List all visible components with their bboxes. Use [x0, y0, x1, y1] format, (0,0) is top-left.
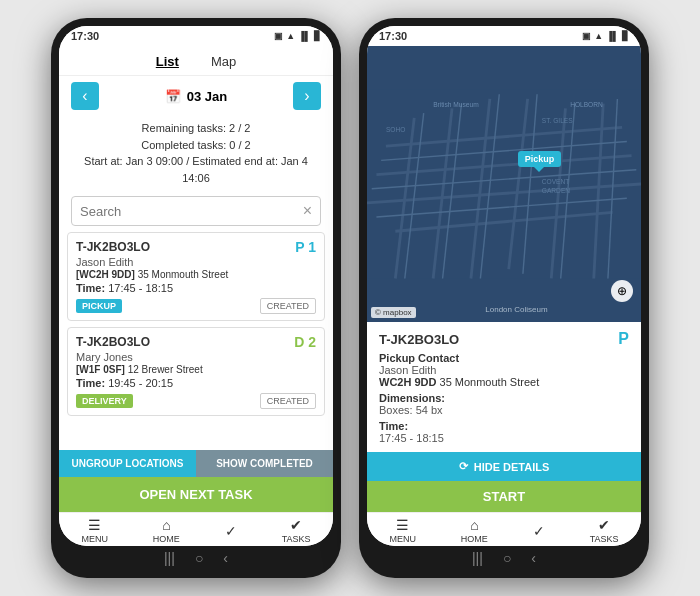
task-priority-2: D 2 [294, 334, 316, 350]
nav-menu-1[interactable]: ☰ MENU [81, 517, 108, 544]
badge-pickup-1: PICKUP [76, 299, 122, 313]
phone-map: 17:30 ▣ ▲ ▐▌ ▊ [359, 18, 649, 578]
task-card-1-header: T-JK2BO3LO P 1 [76, 239, 316, 255]
badge-created-1: CREATED [260, 298, 316, 314]
task-time-1: Time: 17:45 - 18:15 [76, 282, 316, 294]
tab-list[interactable]: List [150, 52, 185, 71]
phone1-screen: 17:30 ▣ ▲ ▐▌ ▊ List Map ‹ [59, 26, 333, 546]
gesture-bar-2: ||| ○ ‹ [367, 546, 641, 570]
detail-priority: P [618, 330, 629, 348]
map-zoom-button[interactable]: ⊕ [611, 280, 633, 302]
detail-header: T-JK2BO3LO P [379, 330, 629, 348]
svg-text:GARDEN: GARDEN [542, 187, 571, 194]
search-input[interactable] [80, 204, 303, 219]
time-label: Time: [379, 420, 629, 432]
contact-name: Jason Edith [379, 364, 629, 376]
tasks-icon-2: ✔ [598, 517, 610, 533]
detail-street: 35 Monmouth Street [440, 376, 540, 388]
task-footer-1: PICKUP CREATED [76, 298, 316, 314]
home-icon-2: ⌂ [470, 517, 478, 533]
calendar-icon: 📅 [165, 89, 181, 104]
nav-home-label-2: HOME [461, 534, 488, 544]
nav-check-2[interactable]: ✓ [533, 523, 545, 539]
task-address-2: [W1F 0SF] 12 Brewer Street [76, 364, 316, 375]
prev-date-button[interactable]: ‹ [71, 82, 99, 110]
time-value: 17:45 - 18:15 [379, 432, 629, 444]
map-area[interactable]: SOHO ST. GILES COVENT GARDEN British Mus… [367, 46, 641, 322]
detail-postcode: WC2H 9DD [379, 376, 436, 388]
status-icons-2: ▣ ▲ ▐▌ ▊ [582, 31, 629, 41]
nav-tasks-label-2: TASKS [590, 534, 619, 544]
nav-tasks-label-1: TASKS [282, 534, 311, 544]
phones-container: 17:30 ▣ ▲ ▐▌ ▊ List Map ‹ [51, 18, 649, 578]
mapbox-credit: © mapbox [371, 307, 416, 318]
london-coliseum-label: London Coliseum [485, 305, 547, 314]
bottom-nav-1: ☰ MENU ⌂ HOME ✓ ✔ TASKS [59, 512, 333, 546]
task-card-2: T-JK2BO3LO D 2 Mary Jones [W1F 0SF] 12 B… [67, 327, 325, 416]
task-card-2-header: T-JK2BO3LO D 2 [76, 334, 316, 350]
svg-text:SOHO: SOHO [386, 126, 405, 133]
svg-text:ST. GILES: ST. GILES [542, 117, 573, 124]
svg-text:British Museum: British Museum [433, 101, 479, 108]
task-id-2: T-JK2BO3LO [76, 335, 150, 349]
badge-created-2: CREATED [260, 393, 316, 409]
search-clear-icon[interactable]: × [303, 202, 312, 220]
nav-home-2[interactable]: ⌂ HOME [461, 517, 488, 544]
phone-list: 17:30 ▣ ▲ ▐▌ ▊ List Map ‹ [51, 18, 341, 578]
check-icon-2: ✓ [533, 523, 545, 539]
nav-home-label-1: HOME [153, 534, 180, 544]
refresh-icon: ⟳ [459, 460, 468, 473]
date-center: 📅 03 Jan [165, 89, 227, 104]
task-info: Remaining tasks: 2 / 2 Completed tasks: … [59, 116, 333, 190]
start-time-info: Start at: Jan 3 09:00 / Estimated end at… [71, 153, 321, 186]
nav-menu-label-1: MENU [81, 534, 108, 544]
next-date-button[interactable]: › [293, 82, 321, 110]
task-id-1: T-JK2BO3LO [76, 240, 150, 254]
dimensions-value: Boxes: 54 bx [379, 404, 629, 416]
menu-icon-1: ☰ [88, 517, 101, 533]
tasks-icon-1: ✔ [290, 517, 302, 533]
home-icon-1: ⌂ [162, 517, 170, 533]
nav-tasks-1[interactable]: ✔ TASKS [282, 517, 311, 544]
status-time-2: 17:30 [379, 30, 407, 42]
svg-text:HOLBORN: HOLBORN [570, 101, 603, 108]
task-name-1: Jason Edith [76, 256, 316, 268]
task-list: T-JK2BO3LO P 1 Jason Edith [WC2H 9DD] 35… [59, 232, 333, 450]
current-date: 03 Jan [187, 89, 227, 104]
hide-details-label: HIDE DETAILS [474, 461, 550, 473]
nav-check-1[interactable]: ✓ [225, 523, 237, 539]
detail-address: WC2H 9DD 35 Monmouth Street [379, 376, 629, 388]
detail-panel: T-JK2BO3LO P Pickup Contact Jason Edith … [367, 322, 641, 452]
badge-delivery-2: DELIVERY [76, 394, 133, 408]
task-address-1: [WC2H 9DD] 35 Monmouth Street [76, 269, 316, 280]
pickup-contact-label: Pickup Contact [379, 352, 629, 364]
task-footer-2: DELIVERY CREATED [76, 393, 316, 409]
task-name-2: Mary Jones [76, 351, 316, 363]
open-next-task-button[interactable]: OPEN NEXT TASK [59, 477, 333, 512]
tab-map[interactable]: Map [205, 52, 242, 71]
status-bar-1: 17:30 ▣ ▲ ▐▌ ▊ [59, 26, 333, 46]
task-time-2: Time: 19:45 - 20:15 [76, 377, 316, 389]
start-button[interactable]: START [367, 481, 641, 512]
detail-id: T-JK2BO3LO [379, 332, 459, 347]
map-svg: SOHO ST. GILES COVENT GARDEN British Mus… [367, 46, 641, 322]
nav-tasks-2[interactable]: ✔ TASKS [590, 517, 619, 544]
show-completed-button[interactable]: SHOW COMPLETED [196, 450, 333, 477]
task-priority-1: P 1 [295, 239, 316, 255]
bottom-nav-2: ☰ MENU ⌂ HOME ✓ ✔ TASKS [367, 512, 641, 546]
remaining-tasks: Remaining tasks: 2 / 2 [71, 120, 321, 137]
date-nav: ‹ 📅 03 Jan › [59, 76, 333, 116]
check-icon-1: ✓ [225, 523, 237, 539]
dimensions-label: Dimensions: [379, 392, 629, 404]
hide-details-button[interactable]: ⟳ HIDE DETAILS [367, 452, 641, 481]
status-icons-1: ▣ ▲ ▐▌ ▊ [274, 31, 321, 41]
nav-menu-label-2: MENU [389, 534, 416, 544]
ungroup-locations-button[interactable]: UNGROUP LOCATIONS [59, 450, 196, 477]
nav-home-1[interactable]: ⌂ HOME [153, 517, 180, 544]
completed-tasks: Completed tasks: 0 / 2 [71, 137, 321, 154]
gesture-bar-1: ||| ○ ‹ [59, 546, 333, 570]
tabs: List Map [59, 46, 333, 76]
search-bar[interactable]: × [71, 196, 321, 226]
pickup-pin: Pickup [518, 151, 562, 167]
nav-menu-2[interactable]: ☰ MENU [389, 517, 416, 544]
